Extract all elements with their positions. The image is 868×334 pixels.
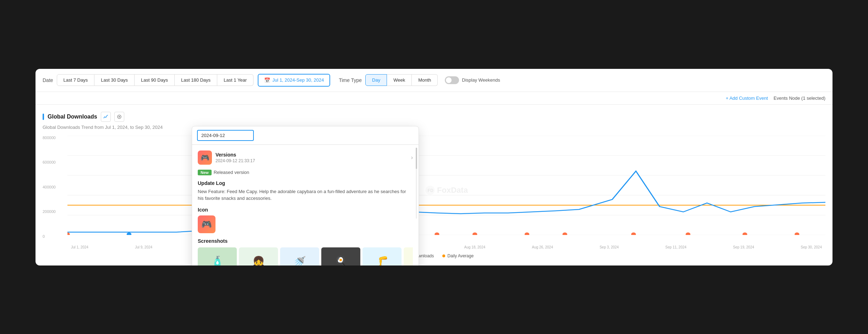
version-row: 🎮 Versions 2024-09-12 21:33:17 › xyxy=(198,150,413,165)
popup-scrollbar-track xyxy=(416,148,417,219)
event-dot-2[interactable] xyxy=(127,232,131,235)
x-sep3: Sep 3, 2024 xyxy=(600,245,619,249)
tab-30d[interactable]: Last 30 Days xyxy=(94,74,135,86)
display-weekends-label: Display Weekends xyxy=(462,77,500,83)
y-axis-600k: 600000 xyxy=(43,160,65,164)
event-dot-sep11[interactable] xyxy=(631,232,636,235)
screenshot-5[interactable]: 🦵 xyxy=(362,247,402,265)
screenshots-row: 🧴 👧 🚿 🍳 🦵 📱 xyxy=(198,247,413,265)
svg-point-1 xyxy=(119,116,120,117)
screenshot-2[interactable]: 👧 xyxy=(239,247,278,265)
popup-scrollbar-thumb[interactable] xyxy=(416,148,417,169)
calendar-icon: 📅 xyxy=(264,77,270,83)
popup-overlay: 2024-09-12 🎮 Versions 2024-09-12 21:33:1… xyxy=(192,126,419,265)
chart-icon-btn-2[interactable] xyxy=(114,112,124,122)
main-container: Date Last 7 Days Last 30 Days Last 90 Da… xyxy=(36,69,832,265)
x-sep30: Sep 30, 2024 xyxy=(801,245,822,249)
event-dot-last1[interactable] xyxy=(742,232,747,235)
x-aug26: Aug 26, 2024 xyxy=(532,245,553,249)
x-aug18: Aug 18, 2024 xyxy=(464,245,486,249)
tab-90d[interactable]: Last 90 Days xyxy=(135,74,175,86)
time-type-tabs: Day Week Month xyxy=(365,74,438,86)
global-downloads-line xyxy=(67,171,825,232)
event-dot-1[interactable] xyxy=(67,232,70,235)
tab-1y[interactable]: Last 1 Year xyxy=(217,74,253,86)
x-jul9: Jul 9, 2024 xyxy=(135,245,152,249)
update-log-text: New Feature: Feed Me Capy. Help the ador… xyxy=(198,188,413,202)
events-node-button[interactable]: Events Node (1 selected) xyxy=(774,95,825,101)
type-day[interactable]: Day xyxy=(365,74,387,86)
chart-header: Global Downloads xyxy=(43,112,825,122)
legend-daily-average: Daily Average xyxy=(442,253,474,258)
event-dot-9[interactable] xyxy=(525,232,529,235)
top-bar: Date Last 7 Days Last 30 Days Last 90 Da… xyxy=(36,69,832,92)
badge-row: New Released version xyxy=(198,170,413,175)
released-text: Released version xyxy=(214,170,249,175)
event-dot-7[interactable] xyxy=(435,232,439,235)
event-dot-sep19[interactable] xyxy=(686,232,690,235)
y-axis-400k: 400000 xyxy=(43,185,65,189)
add-custom-event-button[interactable]: + Add Custom Event xyxy=(726,95,768,101)
legend-dot-average xyxy=(442,254,445,257)
app-icon-thumb: 🎮 xyxy=(198,215,215,233)
popup-date-input[interactable]: 2024-09-12 xyxy=(197,130,254,141)
popup-date-input-area: 2024-09-12 xyxy=(192,126,419,145)
chart-section: Global Downloads Global Downloads Trend … xyxy=(36,105,832,265)
screenshot-1[interactable]: 🧴 xyxy=(198,247,237,265)
display-weekends-toggle-area: Display Weekends xyxy=(445,76,500,84)
event-dot-10[interactable] xyxy=(562,232,567,235)
legend-label-average: Daily Average xyxy=(447,253,474,258)
version-app-icon: 🎮 xyxy=(198,150,212,165)
x-sep11: Sep 11, 2024 xyxy=(665,245,687,249)
chart-area: 800000 600000 400000 200000 0 xyxy=(43,136,825,249)
time-type-label: Time Type xyxy=(339,77,362,83)
second-bar: + Add Custom Event Events Node (1 select… xyxy=(36,92,832,105)
x-axis: Jul 1, 2024 Jul 9, 2024 Jul 17, 2024 Jul… xyxy=(67,239,825,249)
display-weekends-toggle[interactable] xyxy=(445,76,459,84)
date-range-button[interactable]: 📅 Jul 1, 2024-Sep 30, 2024 xyxy=(258,74,330,87)
tab-7d[interactable]: Last 7 Days xyxy=(57,74,95,86)
chart-subtitle: Global Downloads Trend from Jul 1, 2024,… xyxy=(43,125,825,130)
event-dot-8[interactable] xyxy=(473,232,477,235)
chart-settings-icon xyxy=(117,114,122,119)
y-axis: 800000 600000 400000 200000 0 xyxy=(43,136,67,249)
screenshot-4[interactable]: 🍳 xyxy=(321,247,360,265)
chart-title: Global Downloads xyxy=(48,114,97,120)
popup-content: 🎮 Versions 2024-09-12 21:33:17 › New Rel… xyxy=(192,145,419,265)
date-range-text: Jul 1, 2024-Sep 30, 2024 xyxy=(272,77,324,83)
version-info: Versions 2024-09-12 21:33:17 xyxy=(215,152,408,163)
screenshot-6[interactable]: 📱 xyxy=(404,247,413,265)
chart-inner: FD FoxData xyxy=(67,136,825,235)
tab-180d[interactable]: Last 180 Days xyxy=(175,74,217,86)
x-sep19: Sep 19, 2024 xyxy=(733,245,754,249)
update-log-title: Update Log xyxy=(198,180,413,186)
type-week[interactable]: Week xyxy=(387,74,412,86)
line-chart-icon xyxy=(103,114,108,119)
chart-legend: Global Downloads Daily Average xyxy=(43,253,825,258)
y-axis-0: 0 xyxy=(43,234,65,239)
version-title: Versions xyxy=(215,152,408,158)
blue-accent-bar xyxy=(43,114,44,120)
date-label: Date xyxy=(43,77,53,83)
y-axis-800k: 800000 xyxy=(43,136,65,140)
chart-svg xyxy=(67,136,825,235)
event-dot-last2[interactable] xyxy=(795,232,799,235)
y-axis-200k: 200000 xyxy=(43,209,65,214)
icon-section-title: Icon xyxy=(198,207,413,213)
chart-icon-btn-1[interactable] xyxy=(101,112,111,122)
screenshots-title: Screenshots xyxy=(198,238,413,244)
x-jul1: Jul 1, 2024 xyxy=(71,245,88,249)
version-datetime: 2024-09-12 21:33:17 xyxy=(215,158,408,163)
screenshot-3[interactable]: 🚿 xyxy=(280,247,319,265)
type-month[interactable]: Month xyxy=(412,74,438,86)
badge-new: New xyxy=(198,170,212,175)
chevron-right-icon[interactable]: › xyxy=(411,154,413,161)
date-tabs: Last 7 Days Last 30 Days Last 90 Days La… xyxy=(57,74,254,86)
